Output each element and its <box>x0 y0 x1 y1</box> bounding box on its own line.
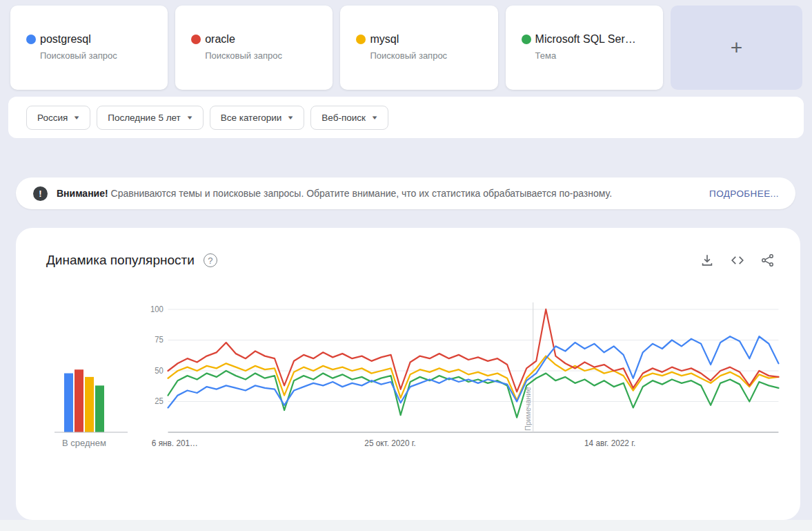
warning-icon: ! <box>33 186 48 201</box>
svg-text:6 янв. 201…: 6 янв. 201… <box>152 438 198 448</box>
svg-text:50: 50 <box>155 366 164 375</box>
svg-text:25 окт. 2020 г.: 25 окт. 2020 г. <box>364 438 416 448</box>
term-label: postgresql <box>40 33 91 46</box>
filter-dropdown[interactable]: Все категории ▼ <box>210 106 305 130</box>
add-comparison-card[interactable]: + <box>671 6 802 90</box>
filter-dropdown[interactable]: Россия ▼ <box>26 106 90 130</box>
interest-over-time-card: Динамика популярности ? В ср <box>16 228 800 520</box>
embed-code-icon[interactable] <box>730 253 745 268</box>
series-color-dot <box>191 35 201 44</box>
svg-text:100: 100 <box>150 305 164 313</box>
filter-dropdown[interactable]: Последние 5 лет ▼ <box>97 106 203 130</box>
chart-title: Динамика популярности <box>46 253 195 268</box>
search-term-card[interactable]: mysql Поисковый запрос <box>340 6 497 90</box>
series-color-dot <box>26 35 36 44</box>
search-term-card[interactable]: Microsoft SQL Ser… Тема <box>506 6 663 90</box>
filter-label: Последние 5 лет <box>108 113 181 123</box>
download-icon[interactable] <box>700 253 715 268</box>
more-details-link[interactable]: ПОДРОБНЕЕ... <box>709 189 779 199</box>
term-type-label: Тема <box>535 50 653 61</box>
svg-text:В среднем: В среднем <box>62 438 106 448</box>
series-color-dot <box>522 35 531 44</box>
svg-text:25: 25 <box>155 396 164 405</box>
chevron-down-icon: ▼ <box>73 115 81 121</box>
term-type-label: Поисковый запрос <box>370 50 488 61</box>
filters-band: Россия ▼ Последние 5 лет ▼ Все категории… <box>8 97 804 138</box>
notice-text: Внимание! Сравниваются темы и поисковые … <box>57 188 612 199</box>
filter-dropdown[interactable]: Веб-поиск ▼ <box>310 106 388 130</box>
notice-bold: Внимание! <box>57 188 108 199</box>
term-label: oracle <box>205 33 235 46</box>
term-type-label: Поисковый запрос <box>205 50 323 61</box>
chevron-down-icon: ▼ <box>287 115 295 121</box>
search-term-card[interactable]: postgresql Поисковый запрос <box>10 6 168 90</box>
filter-label: Все категории <box>221 113 282 123</box>
plus-icon: + <box>731 37 743 58</box>
term-type-label: Поисковый запрос <box>40 50 158 61</box>
term-label: Microsoft SQL Ser… <box>535 33 636 46</box>
share-icon[interactable] <box>760 253 775 268</box>
average-bar-chart: В среднем <box>43 301 139 452</box>
filter-label: Веб-поиск <box>321 113 366 123</box>
help-icon[interactable]: ? <box>204 253 217 267</box>
trends-line-chart: 255075100Примечание6 янв. 201…25 окт. 20… <box>139 301 784 452</box>
chevron-down-icon: ▼ <box>186 115 193 121</box>
term-label: mysql <box>370 33 399 46</box>
compare-cards-row: postgresql Поисковый запрос oracle Поиск… <box>0 0 812 90</box>
series-color-dot <box>356 35 366 44</box>
chevron-down-icon: ▼ <box>370 115 378 121</box>
page-background-strip <box>0 520 812 531</box>
svg-text:75: 75 <box>155 335 164 344</box>
svg-text:Примечание: Примечание <box>524 387 532 431</box>
filter-label: Россия <box>37 113 68 123</box>
notice-banner: ! Внимание! Сравниваются темы и поисковы… <box>16 177 795 209</box>
search-term-card[interactable]: oracle Поисковый запрос <box>175 6 333 90</box>
svg-text:14 авг. 2022 г.: 14 авг. 2022 г. <box>584 438 635 448</box>
